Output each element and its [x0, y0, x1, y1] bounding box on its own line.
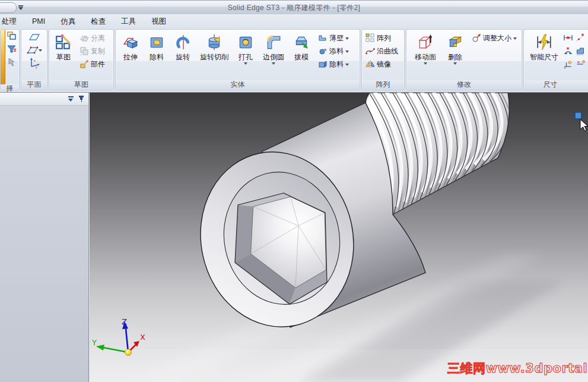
chevron-down-icon[interactable]: [68, 96, 74, 102]
filter-icon: [7, 44, 17, 55]
select-window-button[interactable]: [7, 30, 17, 43]
z-axis-label: Z: [122, 317, 127, 326]
pathfinder-panel: [0, 93, 89, 382]
coordinate-system-button[interactable]: x y: [28, 56, 40, 70]
sketch-icon: [55, 33, 72, 52]
along-curve-button[interactable]: 沿曲线: [364, 45, 399, 58]
button-label: 草图: [56, 53, 71, 61]
smart-dimension-icon: [536, 33, 552, 52]
tab-simulation[interactable]: 仿真: [53, 15, 83, 29]
resize-icon: [472, 33, 481, 43]
hole-button[interactable]: 打孔: [234, 31, 258, 65]
group-solids: 拉伸 除料: [115, 29, 360, 90]
watermark: 三维网www.3dportal.cn: [447, 361, 588, 375]
x-axis-label: X: [140, 333, 145, 342]
group-label: 实体: [116, 80, 360, 90]
dropdown-caret: [345, 64, 349, 66]
copy-sketch-button[interactable]: 复制: [78, 45, 106, 58]
pattern-button[interactable]: 阵列: [364, 31, 392, 45]
button-label: 打孔: [239, 53, 253, 61]
angle-between-icon: [563, 46, 573, 56]
separate-icon: [80, 33, 89, 43]
thin-wall-icon: [318, 33, 328, 43]
angle-between-button[interactable]: [563, 45, 573, 58]
remove-material-button[interactable]: 除料: [317, 58, 350, 71]
component-icon: [80, 59, 89, 69]
group-label: 草图: [49, 80, 113, 90]
dimension-style-icon: [576, 46, 586, 56]
revolve-button[interactable]: 旋转: [171, 31, 195, 61]
along-curve-icon: [365, 46, 375, 56]
dimension-style-button[interactable]: [576, 45, 586, 58]
cut-off-button-edge: [1, 30, 5, 84]
round-button[interactable]: 边倒圆: [260, 31, 287, 65]
group-label: 阵列: [362, 80, 404, 90]
group-plane: x y 平面: [21, 29, 47, 90]
draft-button[interactable]: 拔模: [290, 31, 313, 61]
tab-pmi[interactable]: PMI: [24, 15, 53, 27]
dimension-extra-icon: [576, 59, 586, 69]
dropdown-caret: [244, 62, 247, 65]
extrude-button[interactable]: 拉伸: [119, 31, 142, 61]
angle-dashed-icon: [576, 33, 586, 43]
tab-inspect[interactable]: 检查: [83, 15, 113, 29]
cut-button[interactable]: 除料: [145, 31, 169, 61]
round-icon: [266, 33, 281, 52]
plane-more-button[interactable]: [27, 43, 42, 56]
revolved-cut-button[interactable]: 旋转切削: [197, 31, 231, 61]
select-filter-button[interactable]: [7, 43, 17, 56]
coordinate-system-icon: x y: [28, 57, 40, 69]
pathfinder-header: [0, 93, 88, 106]
y-axis-label: Y: [91, 338, 97, 347]
select-spray-button[interactable]: [7, 56, 17, 69]
plane-icon: [28, 31, 40, 42]
button-label: 删除: [448, 53, 462, 61]
resize-button[interactable]: 调整大小: [471, 31, 518, 45]
button-label: 除料: [150, 53, 164, 61]
viewport-canvas[interactable]: Y Z X 三维网www.3dportal.cn: [90, 93, 588, 382]
group-dimension: 智能尺寸: [523, 29, 588, 90]
pin-icon[interactable]: [79, 96, 84, 102]
sketch-button[interactable]: 草图: [51, 31, 76, 61]
distance-between-icon: [563, 33, 573, 43]
button-label: 边倒圆: [263, 53, 284, 61]
group-pattern: 阵列 沿曲线 镜像: [361, 29, 405, 90]
separate-button[interactable]: 分离: [78, 31, 106, 45]
tab-chuli[interactable]: 处理: [0, 15, 24, 29]
dropdown-caret: [513, 37, 517, 40]
cut-icon: [149, 33, 164, 52]
coordinate-dimension-button[interactable]: [563, 58, 573, 71]
draft-icon: [294, 33, 309, 52]
button-label: 添料: [329, 46, 344, 56]
thin-wall-button[interactable]: 薄壁: [317, 31, 350, 45]
dropdown-caret: [345, 50, 349, 53]
button-label: 部件: [91, 59, 105, 70]
tab-tools[interactable]: 工具: [113, 15, 144, 29]
smart-dimension-button[interactable]: 智能尺寸: [527, 31, 561, 61]
pattern-icon: [365, 33, 375, 43]
viewport[interactable]: Y Z X 三维网www.3dportal.cn: [90, 93, 588, 382]
add-material-icon: [318, 46, 328, 56]
revolve-icon: [175, 33, 190, 52]
coincident-plane-button[interactable]: [28, 30, 40, 43]
button-label: 薄壁: [329, 33, 344, 43]
tab-view[interactable]: 视图: [144, 15, 174, 29]
svg-text:y: y: [36, 65, 37, 69]
solid-edge-window: Solid Edge ST3 - 顺序建模零件 - [零件2] 处理 PMI 仿…: [0, 0, 588, 382]
angle-dashed-button[interactable]: [576, 31, 586, 45]
remove-material-icon: [318, 59, 328, 69]
delete-button[interactable]: 删除: [443, 31, 467, 65]
dropdown-caret: [272, 62, 275, 65]
add-material-button[interactable]: 添料: [317, 45, 350, 58]
dropdown-caret: [345, 37, 349, 40]
component-sketch-button[interactable]: 部件: [78, 58, 106, 71]
distance-between-button[interactable]: [563, 31, 573, 45]
move-face-button[interactable]: 移动面: [411, 31, 440, 65]
button-label: 智能尺寸: [530, 53, 558, 61]
group-select: 择: [0, 29, 20, 90]
copy-icon: [80, 46, 89, 56]
plane-points-icon: [27, 45, 39, 55]
dimension-extra-button[interactable]: [576, 58, 586, 71]
mirror-button[interactable]: 镜像: [364, 58, 392, 71]
button-label: 旋转: [176, 53, 190, 61]
